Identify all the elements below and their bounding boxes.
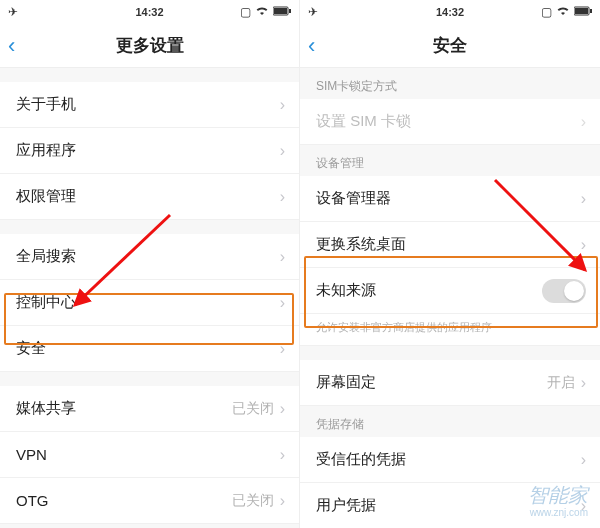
row-user-credentials[interactable]: 用户凭据 › [300,483,600,528]
svg-rect-4 [575,8,588,14]
chevron-right-icon: › [280,294,285,312]
chevron-right-icon: › [581,497,586,515]
row-label: 安全 [16,339,280,358]
section-credentials: 凭据存储 [300,406,600,437]
status-time: 14:32 [436,6,464,18]
row-label: 全局搜索 [16,247,280,266]
status-bar: ✈ 14:32 ▢ [300,0,600,24]
chevron-right-icon: › [280,400,285,418]
airplane-icon: ✈ [8,5,18,19]
back-icon[interactable]: ‹ [308,24,315,68]
row-label: 关于手机 [16,95,280,114]
chevron-right-icon: › [280,340,285,358]
svg-rect-5 [590,9,592,13]
spacer [0,524,299,528]
page-title: 安全 [433,34,467,57]
navbar: ‹ 更多设置 [0,24,299,68]
status-bar: ✈ 14:32 ▢ [0,0,299,24]
section-sim: SIM卡锁定方式 [300,68,600,99]
spacer [0,372,299,386]
row-device-admin[interactable]: 设备管理器 › [300,176,600,222]
row-screen-pinning[interactable]: 屏幕固定 开启 › [300,360,600,406]
unknown-sources-toggle[interactable] [542,279,586,303]
chevron-right-icon: › [280,188,285,206]
battery-icon [574,5,592,19]
row-media-share[interactable]: 媒体共享 已关闭 › [0,386,299,432]
unknown-sources-desc: 允许安装非官方商店提供的应用程序 [300,314,600,346]
row-label: 设备管理器 [316,189,581,208]
row-label: VPN [16,446,280,463]
row-label: 屏幕固定 [316,373,547,392]
content-right: SIM卡锁定方式 设置 SIM 卡锁 › 设备管理 设备管理器 › 更换系统桌面… [300,68,600,528]
row-value: 开启 [547,374,575,392]
spacer [0,220,299,234]
row-otg[interactable]: OTG 已关闭 › [0,478,299,524]
row-label: 未知来源 [316,281,542,300]
battery-icon [273,5,291,19]
chevron-right-icon: › [280,446,285,464]
row-control-center[interactable]: 控制中心 › [0,280,299,326]
row-about-phone[interactable]: 关于手机 › [0,82,299,128]
chevron-right-icon: › [280,142,285,160]
row-label: 应用程序 [16,141,280,160]
chevron-right-icon: › [280,492,285,510]
svg-rect-2 [289,9,291,13]
chevron-right-icon: › [581,113,586,131]
row-apps[interactable]: 应用程序 › [0,128,299,174]
row-label: 更换系统桌面 [316,235,581,254]
wifi-icon [556,5,570,19]
vibrate-icon: ▢ [240,5,251,19]
spacer [300,346,600,360]
vibrate-icon: ▢ [541,5,552,19]
chevron-right-icon: › [581,451,586,469]
row-security[interactable]: 安全 › [0,326,299,372]
chevron-right-icon: › [581,236,586,254]
content-left: 关于手机 › 应用程序 › 权限管理 › 全局搜索 › 控制中心 › 安全 [0,68,299,528]
toggle-knob [564,281,584,301]
chevron-right-icon: › [280,248,285,266]
back-icon[interactable]: ‹ [8,24,15,68]
spacer [0,68,299,82]
phone-right: ✈ 14:32 ▢ ‹ 安全 SIM卡锁定方式 设置 SIM 卡锁 › [300,0,600,528]
row-label: OTG [16,492,232,509]
row-permissions[interactable]: 权限管理 › [0,174,299,220]
row-change-launcher[interactable]: 更换系统桌面 › [300,222,600,268]
row-label: 设置 SIM 卡锁 [316,112,581,131]
row-trusted-credentials[interactable]: 受信任的凭据 › [300,437,600,483]
chevron-right-icon: › [280,96,285,114]
row-value: 已关闭 [232,400,274,418]
wifi-icon [255,5,269,19]
chevron-right-icon: › [581,190,586,208]
row-vpn[interactable]: VPN › [0,432,299,478]
chevron-right-icon: › [581,374,586,392]
page-title: 更多设置 [116,34,184,57]
row-unknown-sources[interactable]: 未知来源 [300,268,600,314]
row-sim-lock[interactable]: 设置 SIM 卡锁 › [300,99,600,145]
phone-left: ✈ 14:32 ▢ ‹ 更多设置 关于手机 › [0,0,300,528]
airplane-icon: ✈ [308,5,318,19]
row-label: 媒体共享 [16,399,232,418]
row-global-search[interactable]: 全局搜索 › [0,234,299,280]
status-time: 14:32 [135,6,163,18]
row-label: 用户凭据 [316,496,581,515]
svg-rect-1 [274,8,287,14]
row-value: 已关闭 [232,492,274,510]
row-label: 权限管理 [16,187,280,206]
row-label: 受信任的凭据 [316,450,581,469]
navbar: ‹ 安全 [300,24,600,68]
row-label: 控制中心 [16,293,280,312]
section-device-mgmt: 设备管理 [300,145,600,176]
